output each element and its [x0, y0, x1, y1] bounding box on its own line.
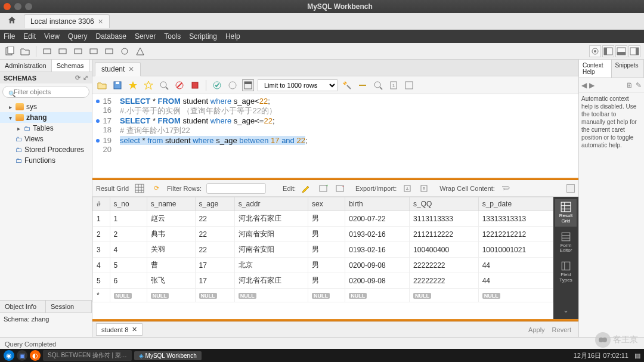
toolbar-icon[interactable]	[88, 45, 100, 57]
column-header[interactable]: birth	[345, 197, 410, 211]
refresh-icon[interactable]: ⟳	[75, 74, 80, 82]
files-icon[interactable]: ▣	[17, 350, 27, 361]
taskbar-item[interactable]: SQL BETWEEN 操作符 | 菜…	[43, 350, 132, 361]
table-row[interactable]: 56张飞17河北省石家庄男0200-09-082222222244	[93, 273, 553, 289]
tab-context-help[interactable]: Context Help	[579, 60, 612, 78]
nav-back-icon[interactable]: ◀	[581, 81, 587, 89]
execute-current-icon[interactable]	[143, 79, 154, 91]
connection-tab[interactable]: Local instance 3306 ✕	[24, 14, 110, 28]
tray-icon[interactable]: ▤	[634, 352, 640, 360]
export-icon[interactable]	[401, 182, 413, 194]
apply-button[interactable]: Apply	[525, 326, 549, 333]
menu-tools[interactable]: Tools	[164, 32, 181, 41]
toolbar-icon[interactable]	[103, 45, 115, 57]
close-icon[interactable]: ✕	[128, 65, 134, 73]
limit-rows-dropdown[interactable]: Limit to 1000 rows	[258, 79, 338, 91]
panel-right-toggle-icon[interactable]	[628, 45, 640, 57]
expand-icon[interactable]: ⤢	[83, 74, 88, 82]
column-header[interactable]: s_name	[147, 197, 195, 211]
open-sql-script-icon[interactable]	[19, 45, 31, 57]
toolbar-icon[interactable]	[119, 45, 131, 57]
home-icon[interactable]	[4, 16, 20, 27]
taskbar-item-active[interactable]: ◈ MySQL Workbench	[134, 351, 202, 360]
toolbar-icon[interactable]	[72, 45, 84, 57]
panel-bottom-toggle-icon[interactable]	[615, 45, 627, 57]
schema-sys[interactable]: ▸sys	[0, 101, 92, 112]
window-close-button[interactable]	[4, 3, 11, 10]
menu-help[interactable]: Help	[225, 32, 240, 41]
edit-icon[interactable]	[301, 182, 312, 194]
menu-scripting[interactable]: Scripting	[189, 32, 217, 41]
result-grid[interactable]: #s_nos_names_ages_addrsexbirths_QQs_p_da…	[92, 197, 553, 319]
table-row-new[interactable]: *NULLNULLNULLNULLNULLNULLNULLNULL	[93, 289, 553, 302]
tree-tables[interactable]: ▸🗀Tables	[0, 123, 92, 134]
nav-forward-icon[interactable]: ▶	[589, 81, 595, 89]
toolbar-icon[interactable]	[403, 79, 415, 91]
result-grid-icon[interactable]	[134, 182, 145, 194]
menu-view[interactable]: View	[44, 32, 60, 41]
toolbar-icon[interactable]	[134, 45, 146, 57]
close-icon[interactable]: ✕	[98, 18, 103, 26]
column-header[interactable]: sex	[308, 197, 345, 211]
table-row[interactable]: 22典韦22河南省安阳男0193-02-16211211222212212212…	[93, 227, 553, 242]
open-file-icon[interactable]	[96, 79, 108, 91]
tab-object-info[interactable]: Object Info	[0, 301, 46, 313]
add-row-icon[interactable]: +	[317, 182, 329, 194]
menu-query[interactable]: Query	[68, 32, 88, 41]
new-sql-tab-icon[interactable]	[4, 45, 16, 57]
toolbar-icon[interactable]	[357, 79, 369, 91]
column-header[interactable]: s_QQ	[410, 197, 479, 211]
toolbar-icon[interactable]	[41, 45, 53, 57]
tab-snippets[interactable]: Snippets	[612, 60, 645, 78]
sidebar-scroll-down[interactable]: ⌄	[561, 304, 571, 317]
column-header[interactable]: s_p_date	[478, 197, 553, 211]
save-icon[interactable]	[112, 79, 123, 91]
toolbar-icon[interactable]	[57, 45, 69, 57]
menu-edit[interactable]: Edit	[23, 32, 36, 41]
schema-tree[interactable]: ▸sys ▾zhang ▸🗀Tables 🗀Views 🗀Stored Proc…	[0, 100, 92, 300]
help-icon[interactable]: 🗎	[626, 81, 633, 89]
table-row[interactable]: 34关羽22河南省安阳男0193-02-16100400400100100010…	[93, 242, 553, 258]
close-icon[interactable]: ✕	[132, 326, 137, 333]
view-form-editor[interactable]: Form Editor	[555, 229, 577, 256]
tab-administration[interactable]: Administration	[0, 60, 52, 72]
column-header[interactable]: #	[93, 197, 110, 211]
column-header[interactable]: s_addr	[234, 197, 308, 211]
sql-code-editor[interactable]: 15SELECT * FROM student where s_age<22;1…	[92, 94, 578, 178]
menu-server[interactable]: Server	[135, 32, 156, 41]
beautify-icon[interactable]	[341, 79, 353, 91]
explain-icon[interactable]	[158, 79, 170, 91]
panel-left-toggle-icon[interactable]	[602, 45, 614, 57]
schema-zhang[interactable]: ▾zhang	[0, 112, 92, 123]
autocommit-icon[interactable]	[242, 79, 254, 91]
tree-views[interactable]: 🗀Views	[0, 134, 92, 144]
column-header[interactable]: s_age	[195, 197, 234, 211]
view-result-grid[interactable]: Result Grid	[555, 199, 577, 227]
table-row[interactable]: 11赵云22河北省石家庄男0200-07-2231131133331331331…	[93, 211, 553, 227]
panel-toggle-icon[interactable]	[566, 184, 575, 193]
tab-schemas[interactable]: Schemas	[52, 60, 89, 72]
tree-functions[interactable]: 🗀Functions	[0, 155, 92, 166]
refresh-icon[interactable]: ⟳	[150, 182, 162, 194]
show-apps-icon[interactable]: ◉	[4, 350, 14, 361]
delete-row-icon[interactable]: -	[334, 182, 346, 194]
result-tab[interactable]: student 8 ✕	[96, 323, 143, 336]
filter-rows-input[interactable]	[206, 183, 266, 194]
view-field-types[interactable]: Field Types	[555, 258, 577, 286]
revert-button[interactable]: Revert	[549, 326, 575, 333]
window-maximize-button[interactable]	[25, 3, 32, 10]
sql-editor-tab[interactable]: student ✕	[95, 62, 141, 76]
menu-database[interactable]: Database	[96, 32, 126, 41]
firefox-icon[interactable]: ◐	[30, 350, 41, 361]
commit-icon[interactable]	[211, 79, 223, 91]
rollback-icon[interactable]	[227, 79, 239, 91]
table-row[interactable]: 45曹17北京男0200-09-082222222244	[93, 258, 553, 273]
window-minimize-button[interactable]	[14, 3, 21, 10]
column-header[interactable]: s_no	[110, 197, 147, 211]
tab-session[interactable]: Session	[46, 301, 92, 313]
import-icon[interactable]	[418, 182, 430, 194]
tree-stored-procedures[interactable]: 🗀Stored Procedures	[0, 144, 92, 155]
wrap-icon[interactable]	[500, 182, 512, 194]
execute-icon[interactable]	[127, 79, 139, 91]
menu-file[interactable]: File	[4, 32, 15, 41]
